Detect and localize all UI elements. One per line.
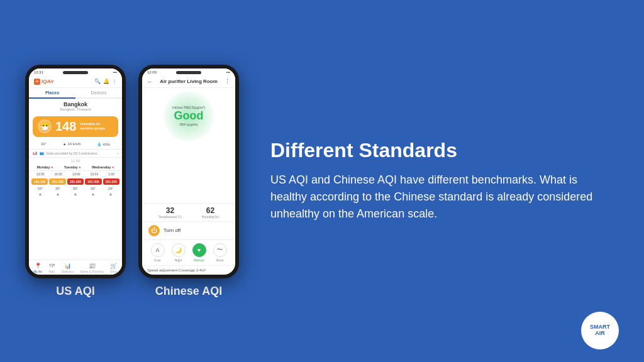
aqi-number: 148 [55,119,76,134]
footer-news[interactable]: 📰 News & Ranking [80,263,104,273]
location-icon: 📍 [35,263,42,269]
footer-map[interactable]: 🗺 Map [48,263,55,273]
country-name: Bangkok, Thailand [31,107,119,111]
pill-4: 181-200 [85,178,101,185]
temperature: 33° [41,142,47,146]
app-name: IQAir [42,79,54,84]
mode-auto[interactable]: A Auto [151,243,165,262]
none-label: None [216,258,224,262]
coverage-label: Coverage 2-4m² [179,268,206,272]
arrow-3: ▲ [74,192,78,196]
cn-header: ← Air purifier Living Room ⋮ [142,76,235,88]
day-wednesday: Wednesday ● [92,165,114,169]
cn-menu-icon[interactable]: ⋮ [225,79,230,85]
arrows-row: ▲ ▲ ▲ ▲ ▲ [29,191,122,197]
mode-none[interactable]: 〜 None [213,243,227,262]
contributor-icon: 👥 [40,151,44,155]
city-name: Bangkok [31,101,119,107]
arrow-2: ▲ [56,192,60,196]
main-heading: Different Standards [270,140,613,162]
temp-3: 30° [73,187,78,190]
hours-row: 13:00 16:00 19:00 22:00 1:00 [29,171,122,177]
night-label: Night [175,258,182,262]
cn-value: 054 (μg/m) [179,123,197,126]
power-button[interactable]: ⏻ [148,225,160,236]
mode-night[interactable]: 🌙 Night [172,243,186,262]
temp-1: 34° [38,187,43,190]
cn-time: 12:00 [147,70,157,74]
phones-section: 12:31 ▪▪▪ + IQAir 🔍 🔔 ⋮ [25,65,239,298]
day-monday: Monday ● [37,165,53,169]
days-row: Monday ● Tuesday ● Wednesday ● [29,164,122,171]
pill-1: 101-150 [31,178,48,185]
hour-3: 19:00 [72,172,80,176]
chevron-right-icon: › [117,151,118,155]
us-weather: 33° ▲ 16 km/h 💧 45% [29,140,122,150]
news-icon: 📰 [89,263,96,269]
cn-phone-screen: 12:00 ▪▪▪ ← Air purifier Living Room ⋮ I… [142,69,235,275]
pill-2: 101-150 [49,178,65,185]
plus-icon: + [34,79,40,85]
temps-row: 34° 35° 30° 30° 29° [29,186,122,191]
time-label: 11:00 [29,158,122,164]
us-phone-wrapper: 12:31 ▪▪▪ + IQAir 🔍 🔔 ⋮ [25,65,126,298]
us-header: + IQAir 🔍 🔔 ⋮ [29,76,122,88]
header-icons: 🔍 🔔 ⋮ [94,79,117,84]
us-phone: 12:31 ▪▪▪ + IQAir 🔍 🔔 ⋮ [25,65,126,278]
smart-air-badge: SMART AIR [581,312,619,349]
back-icon[interactable]: ← [147,79,153,85]
contributors: 📢 👥 Data provided by 56 Contributors › [29,150,122,158]
hour-2: 16:00 [55,172,63,176]
us-status-bar: 12:31 ▪▪▪ [29,69,122,76]
aqi-pills-row: 101-150 101-150 151-200 181-200 181-200 [29,177,122,186]
smart-air-logo: SMART AIR [581,312,619,349]
turn-off-row: ⏻ Turn off [142,221,235,240]
search-icon[interactable]: 🔍 [94,79,101,84]
auto-icon: A [151,243,165,257]
tab-places[interactable]: Places [29,88,75,99]
text-section: Different Standards US AQI and Chinese A… [258,127,619,235]
speaker-icon: 📢 [33,151,37,155]
bell-icon[interactable]: 🔔 [103,79,109,84]
footer-myair[interactable]: 📍 My Air [33,263,42,273]
temp-5: 29° [108,187,113,190]
cn-stats: 32 Temperature(°C) 62 Humidity(%) [142,203,235,221]
footer-stats[interactable]: 📊 Statistics [61,263,74,273]
us-footer: 📍 My Air 🗺 Map 📊 Statistics 📰 [29,260,122,275]
footer-shop[interactable]: 🛒 Shop [110,263,118,273]
auto-label: Auto [154,258,160,262]
turn-off-label: Turn off [164,228,180,233]
aqi-status: Unhealthy forsensitive groups [80,122,105,131]
temperature-stat: 32 Temperature(°C) [158,206,182,219]
manual-label: Manual [194,258,204,262]
arrow-5: ▲ [109,192,113,196]
cn-status-bar: 12:00 ▪▪▪ [142,69,235,76]
tab-devices[interactable]: Devices [75,88,122,97]
shop-icon: 🛒 [110,263,117,269]
humidity: 💧 45% [97,142,110,146]
map-icon: 🗺 [49,263,55,269]
main-description: US AQI and Chinese AQI have different be… [270,172,613,222]
humidity-value: 62 [202,206,219,215]
us-location: Bangkok Bangkok, Thailand [29,99,122,114]
cn-header-title: Air purifier Living Room [160,79,218,84]
cn-phone-wrapper: 12:00 ▪▪▪ ← Air purifier Living Room ⋮ I… [138,65,239,298]
cn-modes: A Auto 🌙 Night ♥ Manual 〜 [142,240,235,266]
menu-icon[interactable]: ⋮ [112,79,117,84]
hour-5: 1:00 [108,172,114,176]
mode-manual[interactable]: ♥ Manual [192,243,206,262]
us-tabs: Places Devices [29,88,122,99]
wind: ▲ 16 km/h [63,142,81,146]
quality-label: Good [174,109,204,123]
hour-4: 22:00 [91,172,99,176]
us-battery: ▪▪▪ [113,70,117,74]
pill-5: 181-200 [103,178,119,185]
manual-icon: ♥ [192,243,206,257]
cn-battery: ▪▪▪ [226,70,230,74]
temp-unit: Temperature(°C) [158,215,182,219]
cn-phone: 12:00 ▪▪▪ ← Air purifier Living Room ⋮ I… [138,65,239,278]
us-phone-label: US AQI [56,285,94,298]
hour-1: 13:00 [36,172,45,176]
pill-3: 151-200 [67,178,84,185]
night-icon: 🌙 [172,243,186,257]
